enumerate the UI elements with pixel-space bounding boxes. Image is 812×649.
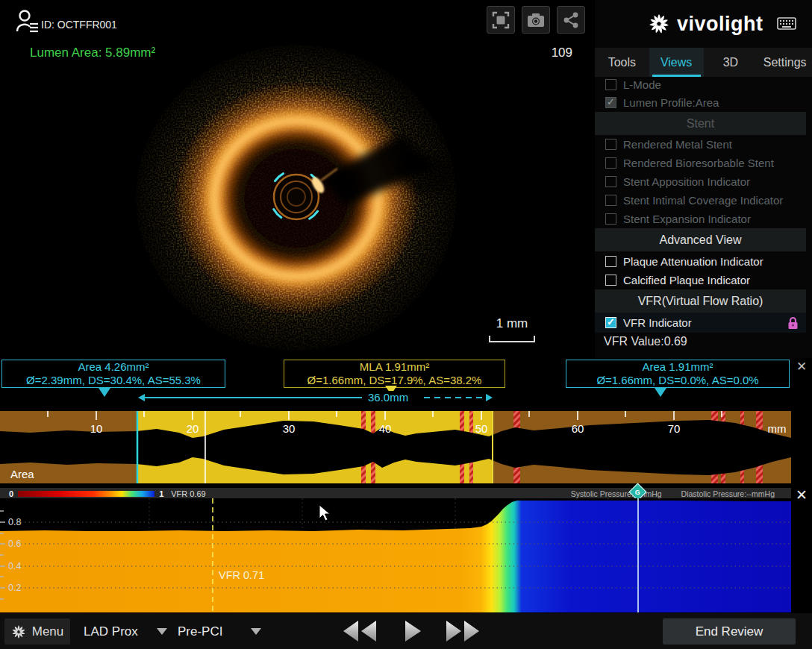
mla-box[interactable]: MLA 1.91mm² Ø=1.66mm, DS=17.9%, AS=38.2% bbox=[284, 360, 505, 388]
keyboard-icon[interactable] bbox=[777, 17, 796, 31]
distal-marker[interactable] bbox=[655, 388, 666, 397]
checkbox-calcified-plaque bbox=[605, 275, 616, 286]
colorbar-max: 1 bbox=[159, 489, 163, 498]
option-calcified-plaque[interactable]: Calcified Plaque Indicator bbox=[595, 271, 806, 289]
oct-cross-section-view[interactable]: ID: OCTFFR001 Lumen Area: 5.89mm² 109 bbox=[0, 0, 595, 358]
vfr-header-bar: 0 1 VFR 0.69 Systolic Pressure:--mmHg Di… bbox=[0, 488, 791, 499]
segment-length-label: 36.0mm bbox=[363, 391, 413, 404]
app-window: ID: OCTFFR001 Lumen Area: 5.89mm² 109 bbox=[0, 0, 812, 649]
share-icon bbox=[562, 11, 580, 29]
checkbox-rendered-bioresorbable-stent bbox=[605, 157, 616, 169]
panel-tabs: Tools Views 3D Settings bbox=[595, 48, 812, 77]
checkbox-plaque-attenuation bbox=[605, 256, 616, 267]
diastolic-pressure: Diastolic Pressure:--mmHg bbox=[681, 489, 775, 498]
chevron-down-icon bbox=[157, 628, 167, 635]
section-stent: Stent bbox=[595, 112, 806, 135]
scale-label: 1 mm bbox=[484, 316, 540, 331]
bottom-bar: Menu LAD Prox Pre-PCI End Review bbox=[0, 613, 812, 649]
span-arrow-right bbox=[486, 394, 493, 401]
proximal-reference-box[interactable]: Area 4.26mm² Ø=2.39mm, DS=30.4%, AS=55.3… bbox=[1, 360, 225, 388]
vfr-panel-close-button[interactable]: ✕ bbox=[793, 488, 811, 503]
brand-name: vivolight bbox=[677, 13, 763, 36]
svg-text:0.4: 0.4 bbox=[8, 561, 21, 571]
vfr-map[interactable]: 0.8 0.6 0.4 0.2 VFR 0.71 bbox=[0, 498, 791, 612]
play-button[interactable] bbox=[403, 619, 422, 643]
svg-text:70: 70 bbox=[668, 422, 681, 435]
profile-panel-close-button[interactable]: ✕ bbox=[793, 360, 811, 374]
option-l-mode[interactable]: L-Mode bbox=[595, 77, 806, 93]
chevron-down-icon bbox=[251, 628, 261, 635]
svg-text:10: 10 bbox=[90, 422, 103, 435]
menu-button[interactable]: Menu bbox=[4, 618, 70, 645]
lumen-profile-strip[interactable]: 10 20 30 40 50 60 70 mm Area bbox=[0, 411, 791, 483]
svg-text:30: 30 bbox=[283, 422, 296, 435]
option-rendered-bioresorbable-stent[interactable]: Rendered Bioresorbable Stent bbox=[595, 154, 806, 172]
views-option-list: L-Mode Lumen Profile:Area Stent Rendered… bbox=[595, 77, 806, 357]
distal-reference-box[interactable]: Area 1.91mm² Ø=1.66mm, DS=0.0%, AS=0.0% bbox=[566, 360, 790, 388]
patient-icon[interactable] bbox=[13, 7, 42, 36]
fullscreen-button[interactable] bbox=[487, 6, 515, 34]
snapshot-button[interactable] bbox=[522, 6, 550, 34]
span-line-dashed bbox=[424, 397, 487, 398]
profile-axis-label: Area bbox=[10, 468, 34, 480]
tab-tools[interactable]: Tools bbox=[595, 48, 649, 77]
fast-forward-button[interactable] bbox=[443, 619, 481, 643]
svg-text:60: 60 bbox=[572, 422, 584, 435]
vivolight-logo-icon bbox=[647, 12, 671, 36]
frame-number: 109 bbox=[531, 46, 572, 60]
colorbar-min: 0 bbox=[9, 489, 13, 498]
section-vfr: VFR(Virtual Flow Ratio) bbox=[595, 289, 806, 313]
systolic-pressure: Systolic Pressure:--mmHg bbox=[571, 489, 662, 498]
lock-icon bbox=[787, 316, 799, 330]
vfr-cursor-value: VFR 0.71 bbox=[219, 569, 264, 581]
checkbox-lumen-profile bbox=[605, 97, 616, 108]
checkbox-vfr-indicator bbox=[605, 317, 616, 328]
svg-text:0.6: 0.6 bbox=[8, 539, 21, 549]
option-vfr-indicator[interactable]: VFR Indicator bbox=[595, 313, 806, 333]
camera-icon bbox=[526, 11, 546, 29]
svg-text:0.2: 0.2 bbox=[8, 583, 21, 593]
lumen-profile-panel: Area 4.26mm² Ø=2.39mm, DS=30.4%, AS=55.3… bbox=[0, 358, 812, 485]
option-rendered-metal-stent[interactable]: Rendered Metal Stent bbox=[595, 135, 806, 154]
tab-views[interactable]: Views bbox=[649, 48, 704, 77]
checkbox-stent-apposition bbox=[605, 176, 616, 187]
option-stent-apposition[interactable]: Stent Apposition Indicator bbox=[595, 172, 806, 191]
option-stent-intimal-coverage[interactable]: Stent Intimal Coverage Indicator bbox=[595, 191, 806, 210]
checkbox-stent-intimal-coverage bbox=[605, 195, 616, 206]
ruler-unit: mm bbox=[768, 422, 787, 435]
option-lumen-profile[interactable]: Lumen Profile:Area bbox=[595, 93, 806, 112]
option-stent-expansion[interactable]: Stent Expansion Indicator bbox=[595, 210, 806, 228]
span-line-solid bbox=[144, 397, 362, 398]
right-panel: vivolight Tools Views 3D Settings L-Mode bbox=[595, 0, 812, 358]
tab-settings[interactable]: Settings bbox=[758, 48, 812, 77]
menu-logo-icon bbox=[11, 624, 26, 639]
proximal-marker[interactable] bbox=[99, 388, 110, 397]
vfr-panel: 0 1 VFR 0.69 Systolic Pressure:--mmHg Di… bbox=[0, 488, 812, 612]
vfr-colorbar bbox=[18, 491, 154, 497]
vessel-select[interactable]: LAD Prox bbox=[84, 618, 167, 645]
brand-header: vivolight bbox=[595, 0, 812, 48]
checkbox-l-mode bbox=[605, 79, 616, 90]
svg-text:50: 50 bbox=[475, 422, 488, 435]
rewind-button[interactable] bbox=[342, 619, 379, 643]
share-button[interactable] bbox=[557, 6, 585, 34]
lumen-area-readout: Lumen Area: 5.89mm² bbox=[30, 46, 155, 60]
section-advanced-view: Advanced View bbox=[595, 228, 806, 251]
checkbox-stent-expansion bbox=[605, 213, 616, 225]
svg-text:20: 20 bbox=[187, 422, 199, 435]
end-review-button[interactable]: End Review bbox=[663, 618, 796, 645]
tab-3d[interactable]: 3D bbox=[704, 48, 758, 77]
svg-text:0.8: 0.8 bbox=[8, 517, 21, 527]
mouse-cursor bbox=[319, 504, 331, 522]
checkbox-rendered-metal-stent bbox=[605, 139, 616, 150]
option-plaque-attenuation[interactable]: Plaque Attenuation Indicator bbox=[595, 251, 806, 271]
fullscreen-icon bbox=[492, 11, 510, 29]
svg-text:40: 40 bbox=[379, 422, 392, 435]
scale-bar bbox=[489, 336, 535, 342]
vfr-value-readout: VFR Value:0.69 bbox=[595, 333, 806, 351]
patient-id: ID: OCTFFR001 bbox=[41, 19, 117, 31]
phase-select[interactable]: Pre-PCI bbox=[178, 618, 261, 645]
vfr-header-value: VFR 0.69 bbox=[171, 489, 205, 498]
